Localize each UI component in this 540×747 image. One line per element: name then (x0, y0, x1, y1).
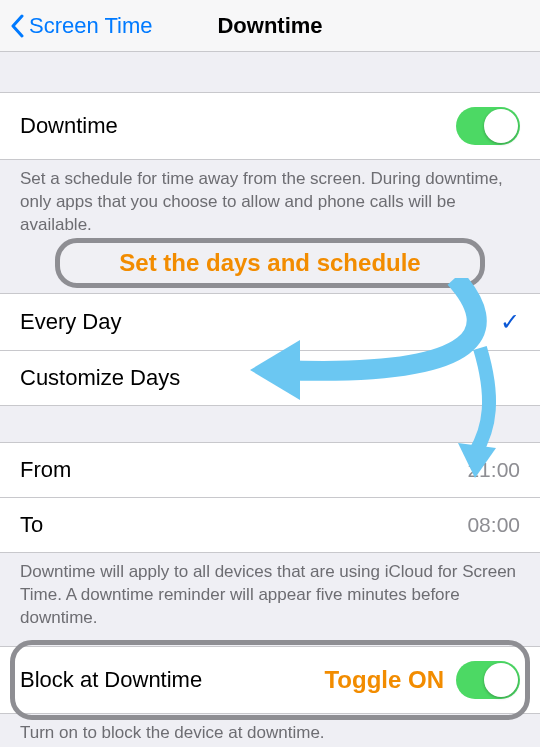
every-day-row[interactable]: Every Day ✓ (0, 293, 540, 351)
downtime-row: Downtime (0, 92, 540, 160)
customize-days-label: Customize Days (20, 365, 520, 391)
from-label: From (20, 457, 467, 483)
block-label: Block at Downtime (20, 667, 324, 693)
annotation-toggle-callout: Toggle ON (324, 666, 444, 694)
downtime-footer: Set a schedule for time away from the sc… (0, 160, 540, 243)
block-toggle[interactable] (456, 661, 520, 699)
block-at-downtime-row: Block at Downtime Toggle ON (0, 646, 540, 714)
downtime-label: Downtime (20, 113, 456, 139)
time-footer: Downtime will apply to all devices that … (0, 553, 540, 636)
to-label: To (20, 512, 467, 538)
back-label: Screen Time (29, 13, 153, 39)
nav-bar: Screen Time Downtime (0, 0, 540, 52)
block-footer: Turn on to block the device at downtime. (0, 714, 540, 747)
to-value: 08:00 (467, 513, 520, 537)
chevron-left-icon (10, 14, 25, 38)
every-day-label: Every Day (20, 309, 500, 335)
downtime-toggle[interactable] (456, 107, 520, 145)
back-button[interactable]: Screen Time (10, 13, 153, 39)
to-row[interactable]: To 08:00 (0, 498, 540, 553)
checkmark-icon: ✓ (500, 308, 520, 336)
from-value: 21:00 (467, 458, 520, 482)
from-row[interactable]: From 21:00 (0, 442, 540, 498)
page-title: Downtime (217, 13, 322, 39)
customize-days-row[interactable]: Customize Days (0, 351, 540, 406)
